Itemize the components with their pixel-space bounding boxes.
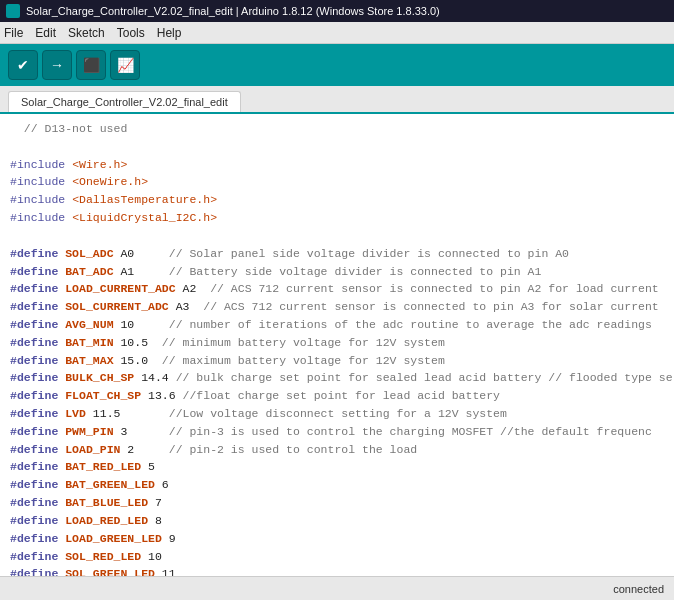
menu-edit[interactable]: Edit <box>35 26 56 40</box>
title-bar: Solar_Charge_Controller_V2.02_final_edit… <box>0 0 674 22</box>
menu-file[interactable]: File <box>4 26 23 40</box>
menu-help[interactable]: Help <box>157 26 182 40</box>
app-icon <box>6 4 20 18</box>
status-bar: connected <box>0 576 674 600</box>
tab-main[interactable]: Solar_Charge_Controller_V2.02_final_edit <box>8 91 241 112</box>
menu-sketch[interactable]: Sketch <box>68 26 105 40</box>
toolbar: ✔ → ⬛ 📈 <box>0 44 674 86</box>
title-text: Solar_Charge_Controller_V2.02_final_edit… <box>26 5 440 17</box>
code-editor[interactable]: // D13-not used #include <Wire.h> #inclu… <box>0 114 674 576</box>
tab-bar: Solar_Charge_Controller_V2.02_final_edit <box>0 86 674 114</box>
serial-plotter-button[interactable]: 📈 <box>110 50 140 80</box>
upload-button[interactable]: → <box>42 50 72 80</box>
verify-button[interactable]: ✔ <box>8 50 38 80</box>
debug-button[interactable]: ⬛ <box>76 50 106 80</box>
menu-bar: File Edit Sketch Tools Help <box>0 22 674 44</box>
menu-tools[interactable]: Tools <box>117 26 145 40</box>
connection-status: connected <box>613 583 664 595</box>
